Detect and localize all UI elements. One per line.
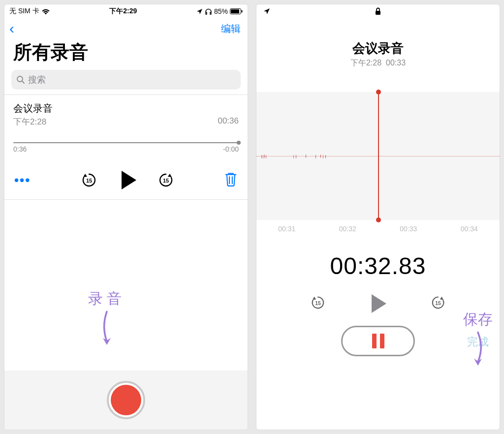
phone-left: 无 SIM 卡 下午2:29 85% ‹ 编辑 所有录音 搜索 会议录音 下午2…	[4, 4, 248, 430]
battery-percent: 85%	[214, 7, 228, 15]
svg-text:15: 15	[435, 301, 441, 306]
svg-rect-7	[376, 11, 380, 15]
status-bar	[256, 4, 500, 18]
ruler-tick: 00:32	[339, 225, 356, 233]
waveform[interactable]	[256, 92, 500, 220]
rewind-15-button[interactable]: 15	[81, 172, 97, 188]
done-button[interactable]: 完成	[467, 335, 489, 349]
svg-line-4	[22, 81, 24, 83]
search-placeholder: 搜索	[28, 74, 46, 86]
ruler-tick: 00:34	[461, 225, 478, 233]
back-button[interactable]: ‹	[9, 21, 14, 36]
battery-icon	[230, 8, 243, 14]
play-button[interactable]	[372, 294, 386, 313]
svg-text:15: 15	[315, 301, 321, 306]
forward-15-button[interactable]: 15	[431, 295, 445, 312]
wifi-icon	[41, 8, 50, 15]
slider-remaining: -0:00	[223, 145, 239, 153]
nav-bar: ‹ 编辑	[4, 18, 248, 38]
page-title: 所有录音	[4, 38, 248, 70]
rewind-15-button[interactable]: 15	[311, 295, 325, 312]
recording-item[interactable]: 会议录音 下午2:28 00:36	[4, 95, 248, 130]
recording-title: 会议录音	[256, 40, 500, 57]
pause-button[interactable]	[341, 326, 415, 356]
svg-text:15: 15	[163, 178, 169, 184]
search-input[interactable]: 搜索	[11, 70, 241, 90]
delete-button[interactable]	[224, 172, 238, 188]
playback-controls: ••• 15 15	[4, 154, 248, 199]
annotation-record: 录音	[88, 289, 126, 348]
play-button[interactable]	[122, 171, 136, 189]
recording-start-time: 下午2:28	[350, 59, 381, 67]
timer-display: 00:32.83	[256, 252, 500, 279]
svg-rect-2	[241, 10, 242, 13]
recording-name: 会议录音	[13, 102, 239, 115]
lock-icon	[375, 7, 381, 15]
recording-time: 下午2:28	[13, 116, 46, 127]
playback-slider[interactable]: 0:36 -0:00	[4, 130, 248, 154]
playhead[interactable]	[378, 92, 379, 220]
divider	[4, 199, 248, 200]
record-bottom-row: 完成	[256, 326, 500, 364]
phone-right: 会议录音 下午2:28 00:33 00:31 00:32 00:33 00:3…	[256, 4, 500, 430]
forward-15-button[interactable]: 15	[158, 172, 174, 188]
headphones-icon	[205, 8, 212, 15]
search-icon	[16, 75, 25, 84]
recording-elapsed: 00:33	[386, 59, 406, 67]
recording-header: 会议录音 下午2:28 00:33	[256, 18, 500, 72]
ruler-tick: 00:31	[278, 225, 295, 233]
recording-duration: 00:36	[218, 116, 239, 127]
svg-rect-1	[231, 9, 239, 13]
ruler-tick: 00:33	[400, 225, 417, 233]
svg-text:15: 15	[86, 178, 92, 184]
slider-elapsed: 0:36	[13, 145, 27, 153]
carrier-text: 无 SIM 卡	[9, 7, 39, 16]
location-icon	[263, 8, 270, 15]
more-button[interactable]: •••	[14, 173, 31, 188]
record-button[interactable]	[107, 381, 145, 419]
status-bar: 无 SIM 卡 下午2:29 85%	[4, 4, 248, 18]
edit-button[interactable]: 编辑	[221, 22, 241, 35]
status-time: 下午2:29	[109, 7, 137, 16]
preview-controls: 15 15	[256, 294, 500, 313]
svg-point-3	[17, 76, 23, 82]
slider-thumb[interactable]	[237, 141, 241, 145]
record-dock	[4, 371, 248, 430]
location-icon	[196, 8, 203, 15]
